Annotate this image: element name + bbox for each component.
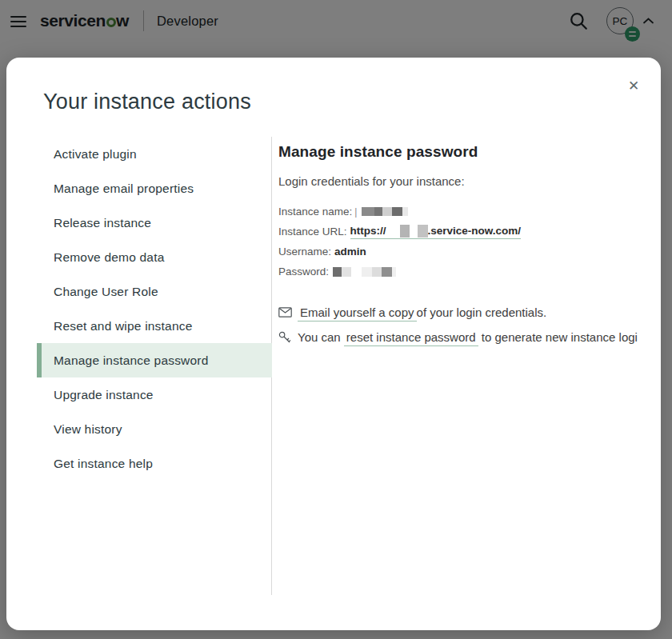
menu-item-release-instance[interactable]: Release instance [37,206,272,240]
credential-row-instance-url: Instance URL: https:// .service-now.com/ [278,222,661,242]
reset-password-link[interactable]: reset instance password [344,330,478,346]
menu-item-get-instance-help[interactable]: Get instance help [37,446,272,481]
envelope-icon [278,307,298,318]
credential-row-username: Username: admin [278,242,661,262]
panel-heading: Manage instance password [278,143,661,161]
credentials-block: Instance name: | Instance URL: https:// [278,202,661,282]
instance-actions-modal: ✕ Your instance actions Activate plugin … [6,58,661,630]
menu-item-change-user-role[interactable]: Change User Role [37,274,272,309]
redacted-url-part [400,225,410,238]
text-cursor: | [354,206,357,218]
panel-intro: Login credentials for your instance: [278,174,661,188]
credential-row-password: Password: [278,262,661,282]
url-prefix: https:// [350,225,386,237]
instance-name-label: Instance name: [278,206,352,218]
password-label: Password: [278,266,329,278]
close-icon[interactable]: ✕ [623,75,644,96]
menu-item-manage-email-properties[interactable]: Manage email properties [37,171,272,206]
redacted-url-part [418,225,428,238]
menu-item-view-history[interactable]: View history [37,412,272,446]
modal-title: Your instance actions [6,58,661,114]
email-credentials-row: Email yourself a copyof your login crede… [278,306,661,319]
key-icon [278,331,298,344]
reset-rest-text: to generate new instance logi [482,330,638,344]
menu-item-upgrade-instance[interactable]: Upgrade instance [37,377,272,412]
menu-item-activate-plugin[interactable]: Activate plugin [37,137,272,171]
instance-actions-menu: Activate plugin Manage email properties … [6,137,272,595]
instance-url-link[interactable]: https:// .service-now.com/ [350,225,522,239]
reset-password-row: You can reset instance password to gener… [278,330,661,344]
email-copy-link[interactable]: Email yourself a copy [298,306,417,321]
username-value: admin [334,246,366,258]
reset-pre-text: You can [298,330,341,344]
username-label: Username: [278,246,331,258]
url-suffix: .service-now.com/ [428,225,522,237]
menu-item-manage-instance-password[interactable]: Manage instance password [37,343,272,377]
instance-url-label: Instance URL: [278,226,347,238]
menu-item-remove-demo-data[interactable]: Remove demo data [37,240,272,274]
redacted-instance-name [362,207,408,216]
manage-password-panel: Manage instance password Login credentia… [272,137,661,595]
credential-row-instance-name: Instance name: | [278,202,661,222]
menu-item-reset-and-wipe-instance[interactable]: Reset and wipe instance [37,309,272,343]
email-rest-text: of your login credentials. [417,306,547,319]
redacted-password [333,267,396,277]
